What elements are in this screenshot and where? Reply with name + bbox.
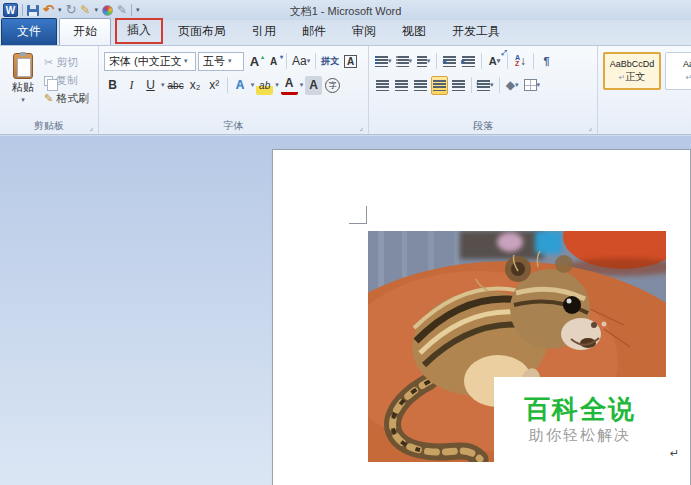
chevron-down-icon: ▾ (307, 57, 311, 65)
group-styles: AaBbCcDd ↵正文 AaBb ↵无 (598, 46, 691, 134)
copy-label: 复制 (56, 73, 78, 88)
style-no-spacing[interactable]: AaBb ↵无 (665, 52, 691, 90)
font-color-dropdown-icon[interactable]: ▾ (300, 81, 304, 89)
text-effects-button[interactable]: A (232, 76, 249, 95)
character-border-icon: A (344, 55, 357, 68)
clipboard-group-label: 剪贴板 (0, 119, 98, 133)
align-left-button[interactable] (374, 76, 391, 95)
separator (227, 77, 228, 93)
bullets-button[interactable]: ▾ (374, 52, 393, 71)
align-right-icon (414, 80, 427, 91)
asian-layout-icon: A (489, 55, 497, 67)
character-border-button[interactable]: A (342, 52, 359, 71)
clipboard-dialog-launcher[interactable]: ⌟ (86, 122, 96, 132)
paste-dropdown-icon[interactable]: ▾ (21, 96, 25, 104)
text-effects-dropdown-icon[interactable]: ▾ (251, 81, 255, 89)
chevron-down-icon[interactable]: ▾ (228, 57, 232, 65)
separator (315, 53, 316, 69)
decrease-indent-button[interactable] (441, 52, 458, 71)
paste-button[interactable]: 粘贴 ▾ (2, 49, 44, 118)
asian-layout-button[interactable]: A▾ (486, 52, 503, 71)
underline-button[interactable]: U (142, 76, 159, 95)
chipmunk-photo[interactable]: 百科全说 助你轻松解决 (368, 231, 666, 462)
subscript-button[interactable]: x₂ (187, 76, 204, 95)
justify-button[interactable] (431, 76, 448, 95)
font-size-combo[interactable]: 五号 ▾ (198, 52, 244, 71)
sort-button[interactable]: AZ↓ (512, 52, 529, 71)
window-title: 文档1 - Microsoft Word (0, 4, 691, 19)
format-painter-button[interactable]: ✎ 格式刷 (44, 91, 89, 106)
font-name-value: 宋体 (中文正文 (109, 54, 181, 69)
phonetic-guide-button[interactable]: 拼文 (320, 52, 340, 71)
style-normal[interactable]: AaBbCcDd ↵正文 (603, 52, 661, 90)
line-spacing-button[interactable]: ▾ (476, 76, 495, 95)
underline-dropdown-icon[interactable]: ▾ (161, 81, 165, 89)
tab-page-layout[interactable]: 页面布局 (165, 19, 239, 45)
shrink-font-button[interactable]: A (265, 52, 282, 71)
increase-indent-button[interactable] (460, 52, 477, 71)
cut-button[interactable]: ✂ 剪切 (44, 55, 89, 70)
font-dialog-launcher[interactable]: ⌟ (356, 122, 366, 132)
italic-button[interactable]: I (123, 76, 140, 95)
chevron-down-icon: ▾ (409, 57, 413, 65)
margin-corner-mark (349, 206, 367, 224)
shading-button[interactable]: ◆▾ (504, 76, 521, 95)
align-center-button[interactable] (393, 76, 410, 95)
distribute-button[interactable] (450, 76, 467, 95)
bullets-icon (375, 56, 388, 67)
separator (286, 53, 287, 69)
separator (499, 77, 500, 93)
numbering-button[interactable]: ▾ (395, 52, 414, 71)
grow-font-button[interactable]: A (246, 52, 263, 71)
style-sample: AaBbCcDd (610, 59, 655, 69)
paragraph-row-2: ▾ ◆▾ ▾ (371, 73, 595, 97)
watermark-title: 百科全说 (524, 394, 636, 424)
group-clipboard: 粘贴 ▾ ✂ 剪切 复制 ✎ 格式刷 剪贴板 ⌟ (0, 46, 99, 134)
paste-label: 粘贴 (12, 80, 34, 95)
format-painter-label: 格式刷 (56, 91, 89, 106)
separator (471, 77, 472, 93)
paragraph-mark: ↵ (670, 447, 679, 460)
highlight-dropdown-icon[interactable]: ▾ (275, 81, 279, 89)
bold-button[interactable]: B (104, 76, 121, 95)
tab-review[interactable]: 审阅 (339, 19, 389, 45)
tab-file[interactable]: 文件 (1, 18, 57, 45)
document-page[interactable]: 百科全说 助你轻松解决 ↵ (272, 149, 691, 485)
font-row-2: B I U ▾ abc x₂ x² A ▾ ab ▾ A ▾ A 字 (101, 73, 366, 97)
character-shading-button[interactable]: A (305, 76, 322, 95)
multilevel-list-icon (417, 56, 427, 67)
tab-insert[interactable]: 插入 (115, 18, 163, 44)
align-right-button[interactable] (412, 76, 429, 95)
style-name: ↵无 (686, 70, 691, 84)
tab-home[interactable]: 开始 (59, 18, 111, 45)
numbering-icon (396, 56, 409, 67)
tab-mailings[interactable]: 邮件 (289, 19, 339, 45)
copy-button[interactable]: 复制 (44, 73, 89, 88)
justify-icon (433, 80, 446, 91)
style-name: ↵正文 (619, 70, 646, 84)
tab-references[interactable]: 引用 (239, 19, 289, 45)
tab-developer[interactable]: 开发工具 (439, 19, 513, 45)
multilevel-list-button[interactable]: ▾ (415, 52, 432, 71)
document-area[interactable]: 百科全说 助你轻松解决 ↵ (0, 136, 691, 485)
font-name-combo[interactable]: 宋体 (中文正文 ▾ (104, 52, 196, 71)
paragraph-dialog-launcher[interactable]: ⌟ (585, 122, 595, 132)
strikethrough-button[interactable]: abc (167, 76, 185, 95)
change-case-button[interactable]: Aa▾ (291, 52, 311, 71)
separator (436, 53, 437, 69)
font-color-button[interactable]: A (281, 76, 298, 95)
cut-label: 剪切 (56, 55, 78, 70)
borders-button[interactable]: ▾ (523, 76, 542, 95)
chevron-down-icon: ▾ (388, 57, 392, 65)
tab-view[interactable]: 视图 (389, 19, 439, 45)
text-highlight-button[interactable]: ab (256, 76, 273, 95)
ribbon-tab-row: 文件 开始 插入 页面布局 引用 邮件 审阅 视图 开发工具 (0, 20, 691, 45)
enclose-characters-icon: 字 (325, 78, 340, 93)
chevron-down-icon[interactable]: ▾ (184, 57, 188, 65)
enclose-characters-button[interactable]: 字 (324, 76, 341, 95)
decrease-indent-icon (443, 56, 456, 67)
superscript-button[interactable]: x² (206, 76, 223, 95)
title-bar: W ↶ ▾ ↻ ✎ ▾ ✎ ▾ 文档1 - Microsoft Word (0, 0, 691, 20)
chevron-down-icon: ▾ (497, 57, 501, 65)
show-formatting-marks-button[interactable]: ¶ (538, 52, 555, 71)
